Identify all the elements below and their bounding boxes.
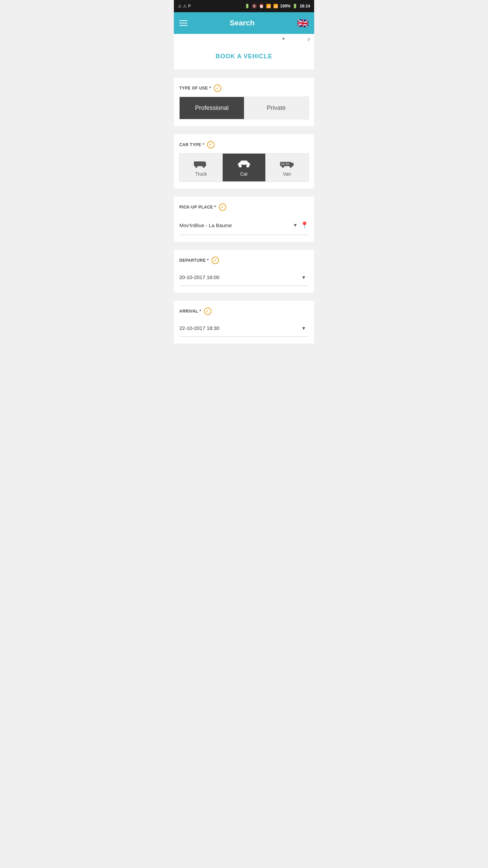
car-type-label-text: CAR TYPE * [179, 142, 204, 147]
pickup-place-check: ✓ [219, 203, 226, 211]
departure-arrow-icon: ▼ [301, 275, 306, 280]
car-button[interactable]: Car [223, 154, 266, 181]
truck-label: Truck [195, 171, 207, 177]
arrival-dropdown[interactable]: 22-10-2017 18:30 ▼ [179, 320, 309, 337]
divider-4 [174, 242, 314, 246]
arrival-check: ✓ [204, 308, 211, 315]
nav-clip-text: p [286, 36, 310, 41]
professional-button[interactable]: Professional [180, 97, 244, 119]
divider-1 [174, 70, 314, 74]
mute-icon: 🔇 [252, 4, 257, 8]
departure-check: ✓ [211, 257, 219, 264]
hamburger-line-2 [179, 23, 187, 23]
pickup-dropdown-arrow-icon: ▼ [293, 222, 298, 228]
svg-marker-5 [202, 161, 206, 163]
svg-point-11 [289, 165, 292, 168]
divider-3 [174, 189, 314, 193]
svg-point-3 [203, 165, 205, 168]
svg-rect-12 [281, 163, 285, 165]
car-label: Car [240, 171, 248, 177]
arrival-label-text: ARRIVAL * [179, 309, 201, 314]
svg-rect-4 [194, 161, 203, 166]
van-button[interactable]: Van [265, 154, 308, 181]
pickup-place-section: PICK-UP PLACE * ✓ Mov'InBlue - La Baume … [174, 197, 314, 242]
departure-label-text: DEPARTURE * [179, 258, 209, 263]
signal-icon: 📶 [273, 4, 278, 8]
language-flag[interactable]: 🇬🇧 [297, 18, 309, 29]
truck-button[interactable]: Truck [180, 154, 223, 181]
alarm-icon: ⏰ [259, 4, 264, 8]
departure-section: DEPARTURE * ✓ 20-10-2017 16:00 ▼ [174, 250, 314, 293]
nav-clip-icon: ▼ [281, 36, 286, 41]
type-of-use-toggle: Professional Private [179, 97, 309, 119]
status-icons: ⚠ ⚠ P [178, 4, 191, 8]
car-type-label: CAR TYPE * ✓ [179, 141, 309, 149]
battery-percent: 100% [280, 4, 291, 8]
arrival-label: ARRIVAL * ✓ [179, 308, 309, 315]
p-icon: P [188, 4, 191, 8]
battery-full-icon: 🔋 [292, 4, 298, 8]
battery-icon: 🔋 [245, 4, 250, 8]
status-bar: ⚠ ⚠ P 🔋 🔇 ⏰ 📶 📶 100% 🔋 16:14 [174, 0, 314, 12]
car-type-section: CAR TYPE * ✓ Truck Car [174, 134, 314, 189]
van-label: Van [283, 171, 291, 177]
location-pin-icon: 📍 [300, 221, 309, 229]
book-header: BOOK A VEHICLE [174, 43, 314, 70]
departure-label: DEPARTURE * ✓ [179, 257, 309, 264]
arrival-section: ARRIVAL * ✓ 22-10-2017 18:30 ▼ [174, 301, 314, 343]
app-bar: Search 🇬🇧 [174, 12, 314, 34]
type-of-use-label-text: TYPE OF USE * [179, 86, 211, 91]
car-type-toggle: Truck Car Van [179, 153, 309, 182]
divider-5 [174, 293, 314, 297]
departure-dropdown[interactable]: 20-10-2017 16:00 ▼ [179, 269, 309, 286]
app-bar-title: Search [230, 19, 255, 27]
pickup-place-dropdown[interactable]: Mov'InBlue - La Baume ▼ 📍 [179, 216, 309, 235]
private-button[interactable]: Private [244, 97, 308, 119]
svg-point-6 [239, 165, 242, 167]
arrival-value: 22-10-2017 18:30 [179, 325, 301, 331]
svg-rect-13 [286, 163, 289, 165]
divider-2 [174, 126, 314, 130]
pickup-place-label-text: PICK-UP PLACE * [179, 205, 216, 210]
pickup-place-value: Mov'InBlue - La Baume [179, 222, 293, 228]
top-nav-clip: ▼ p [174, 34, 314, 43]
truck-icon [194, 159, 208, 169]
svg-point-10 [282, 165, 284, 168]
status-right: 🔋 🔇 ⏰ 📶 📶 100% 🔋 16:14 [245, 4, 310, 8]
alert-icon: ⚠ [183, 4, 187, 8]
van-icon [280, 159, 294, 169]
warning-icon: ⚠ [178, 4, 182, 8]
menu-button[interactable] [179, 20, 187, 26]
wifi-icon: 📶 [266, 4, 271, 8]
hamburger-line-1 [179, 20, 187, 21]
pickup-place-label: PICK-UP PLACE * ✓ [179, 203, 309, 211]
clock-time: 16:14 [300, 4, 310, 8]
arrival-arrow-icon: ▼ [301, 326, 306, 331]
type-of-use-check: ✓ [214, 84, 221, 92]
type-of-use-section: TYPE OF USE * ✓ Professional Private [174, 78, 314, 126]
svg-point-7 [246, 165, 249, 167]
type-of-use-label: TYPE OF USE * ✓ [179, 84, 309, 92]
hamburger-line-3 [179, 25, 187, 26]
book-vehicle-title: BOOK A VEHICLE [179, 53, 309, 60]
car-type-check: ✓ [207, 141, 215, 149]
departure-value: 20-10-2017 16:00 [179, 274, 301, 280]
car-icon [237, 159, 251, 169]
